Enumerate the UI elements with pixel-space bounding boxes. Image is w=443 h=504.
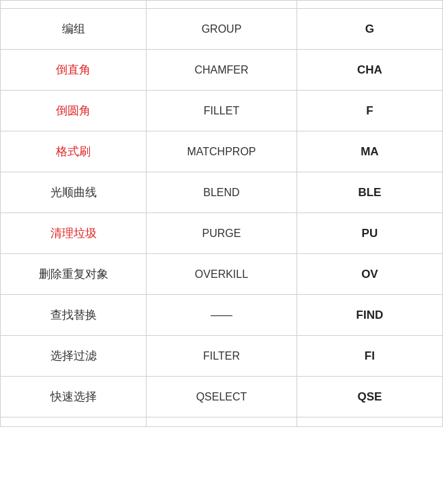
table-row: 光顺曲线BLENDBLE [1,172,443,213]
english-command: OVERKILL [147,254,297,295]
table-row: 查找替换——FIND [1,295,443,336]
partial-bottom-row [1,418,443,427]
shortcut-key: FI [296,336,442,377]
english-command: FILTER [147,336,297,377]
chinese-label: 编组 [1,9,147,50]
english-command: PURGE [147,213,297,254]
partial-shortcut [296,1,442,9]
partial-cell [147,418,297,427]
commands-table: 编组GROUPG倒直角CHAMFERCHA倒圆角FILLETF格式刷MATCHP… [0,0,443,427]
english-command: GROUP [147,9,297,50]
table-row: 编组GROUPG [1,9,443,50]
chinese-label: 格式刷 [1,131,147,172]
table-row: 倒直角CHAMFERCHA [1,50,443,91]
partial-cell [296,418,442,427]
table-row: 选择过滤FILTERFI [1,336,443,377]
table-wrapper: 编组GROUPG倒直角CHAMFERCHA倒圆角FILLETF格式刷MATCHP… [0,0,443,427]
table-row: 快速选择QSELECTQSE [1,377,443,418]
table-row: 删除重复对象OVERKILLOV [1,254,443,295]
partial-cell [1,418,147,427]
english-command: MATCHPROP [147,131,297,172]
table-row: 倒圆角FILLETF [1,91,443,131]
chinese-label: 倒圆角 [1,91,147,131]
partial-top-row [1,1,443,9]
english-command: CHAMFER [147,50,297,91]
shortcut-key: FIND [296,295,442,336]
table-row: 格式刷MATCHPROPMA [1,131,443,172]
english-command: BLEND [147,172,297,213]
partial-english [147,1,297,9]
partial-chinese [1,1,147,9]
chinese-label: 快速选择 [1,377,147,418]
chinese-label: 倒直角 [1,50,147,91]
english-command: FILLET [147,91,297,131]
chinese-label: 光顺曲线 [1,172,147,213]
table-row: 清理垃圾PURGEPU [1,213,443,254]
shortcut-key: QSE [296,377,442,418]
shortcut-key: BLE [296,172,442,213]
english-command: QSELECT [147,377,297,418]
shortcut-key: CHA [296,50,442,91]
chinese-label: 查找替换 [1,295,147,336]
shortcut-key: OV [296,254,442,295]
chinese-label: 选择过滤 [1,336,147,377]
shortcut-key: PU [296,213,442,254]
chinese-label: 删除重复对象 [1,254,147,295]
chinese-label: 清理垃圾 [1,213,147,254]
english-command: —— [147,295,297,336]
shortcut-key: G [296,9,442,50]
shortcut-key: MA [296,131,442,172]
shortcut-key: F [296,91,442,131]
